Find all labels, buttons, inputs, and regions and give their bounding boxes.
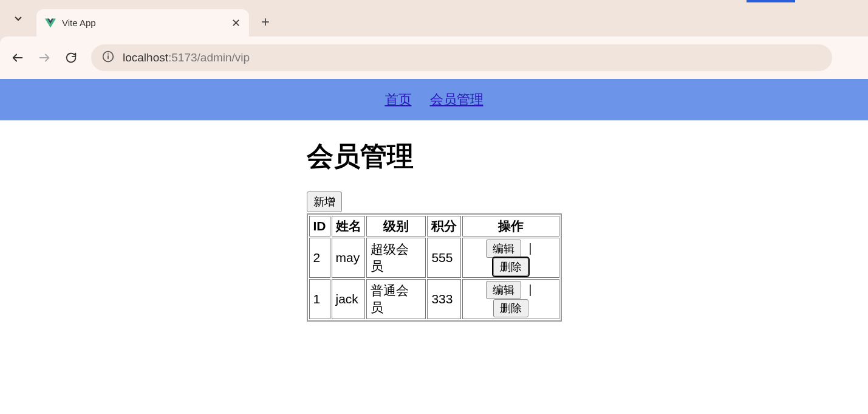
cell-points: 555 <box>427 238 461 278</box>
url-origin: localhost <box>123 51 168 64</box>
cell-level: 超级会员 <box>366 238 426 278</box>
close-tab-icon[interactable]: ✕ <box>231 16 241 30</box>
main-content: 会员管理 新增 ID 姓名 级别 积分 操作 2 may 超级会员 555 编辑… <box>307 139 562 322</box>
toolbar-row: localhost:5173/admin/vip <box>0 36 868 79</box>
arrow-right-icon <box>38 51 51 64</box>
reload-button[interactable] <box>64 51 78 64</box>
tab-title: Vite App <box>62 18 225 28</box>
forward-button[interactable] <box>38 51 51 64</box>
site-info-icon[interactable] <box>102 50 114 65</box>
browser-chrome: Vite App ✕ + localhost:5173/admin/vip <box>0 0 868 79</box>
back-button[interactable] <box>11 51 24 64</box>
cell-points: 333 <box>427 279 461 319</box>
svg-point-2 <box>108 53 109 55</box>
new-tab-button[interactable]: + <box>261 13 270 30</box>
table-row: 1 jack 普通会员 333 编辑 | 删除 <box>309 279 559 319</box>
ops-separator: | <box>528 241 531 255</box>
col-name: 姓名 <box>332 216 366 236</box>
edit-button[interactable]: 编辑 <box>486 281 521 299</box>
delete-button[interactable]: 删除 <box>493 258 528 276</box>
col-points: 积分 <box>427 216 461 236</box>
reload-icon <box>64 51 78 64</box>
page-title: 会员管理 <box>307 139 562 174</box>
delete-button[interactable]: 删除 <box>493 299 528 317</box>
cell-id: 1 <box>309 279 330 319</box>
cell-id: 2 <box>309 238 330 278</box>
tab-list-button[interactable] <box>6 6 30 30</box>
cell-ops: 编辑 | 删除 <box>462 279 559 319</box>
loading-strip <box>747 0 795 2</box>
table-header-row: ID 姓名 级别 积分 操作 <box>309 216 559 236</box>
col-id: ID <box>309 216 330 236</box>
col-level: 级别 <box>366 216 426 236</box>
edit-button[interactable]: 编辑 <box>486 240 521 258</box>
address-bar[interactable]: localhost:5173/admin/vip <box>91 44 832 71</box>
tab-row: Vite App ✕ + <box>0 0 868 36</box>
vue-icon <box>45 18 56 28</box>
table-row: 2 may 超级会员 555 编辑 | 删除 <box>309 238 559 278</box>
member-table: ID 姓名 级别 积分 操作 2 may 超级会员 555 编辑 | 删除 1 <box>307 213 562 322</box>
cell-level: 普通会员 <box>366 279 426 319</box>
page-nav: 首页 会员管理 <box>0 79 868 120</box>
arrow-left-icon <box>11 51 24 64</box>
nav-link-vip[interactable]: 会员管理 <box>430 91 484 109</box>
cell-ops: 编辑 | 删除 <box>462 238 559 278</box>
nav-link-home[interactable]: 首页 <box>385 91 412 109</box>
url-path: :5173/admin/vip <box>168 51 250 64</box>
cell-name: jack <box>332 279 366 319</box>
browser-tab[interactable]: Vite App ✕ <box>36 9 249 36</box>
chevron-down-icon <box>13 13 23 23</box>
add-button[interactable]: 新增 <box>307 191 342 212</box>
ops-separator: | <box>528 282 531 297</box>
url-text: localhost:5173/admin/vip <box>123 51 250 64</box>
col-ops: 操作 <box>462 216 559 236</box>
cell-name: may <box>332 238 366 278</box>
